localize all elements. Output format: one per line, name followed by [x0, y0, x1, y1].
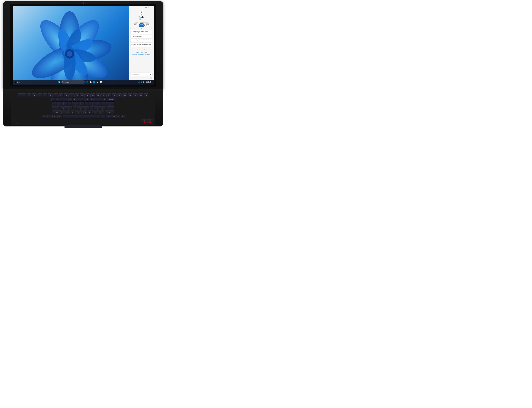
- learn-more-link[interactable]: Learn more: [132, 54, 137, 55]
- right-shift-key[interactable]: Shift: [105, 110, 114, 114]
- tab-key[interactable]: Tab: [52, 102, 59, 106]
- end-key[interactable]: End: [128, 94, 132, 97]
- 6-key[interactable]: 6: [77, 98, 81, 102]
- windows-key[interactable]: ⊞: [52, 115, 57, 119]
- d-key[interactable]: D: [68, 106, 72, 110]
- semicolon-key[interactable]: ;: [98, 106, 102, 110]
- comma-key[interactable]: ,: [92, 110, 96, 114]
- 4-key[interactable]: 4: [68, 98, 72, 102]
- e-key[interactable]: E: [68, 102, 71, 106]
- send-button[interactable]: ➤: [150, 77, 152, 79]
- g-key[interactable]: G: [77, 106, 81, 110]
- x-key[interactable]: X: [66, 110, 70, 114]
- f10-key[interactable]: F10: [74, 94, 79, 97]
- network-icon[interactable]: 🌐: [138, 81, 140, 83]
- privacy-link[interactable]: Privacy statement: [143, 54, 150, 55]
- f2-key[interactable]: F2: [32, 94, 37, 97]
- p-key[interactable]: P: [98, 102, 101, 106]
- restore-button[interactable]: ⊡: [148, 7, 150, 8]
- trackpad[interactable]: [65, 125, 102, 128]
- backspace-top-key[interactable]: ⌫: [144, 94, 148, 97]
- i-key[interactable]: I: [89, 102, 93, 106]
- search-bar[interactable]: 🔍 Search: [61, 80, 85, 84]
- w-key[interactable]: W: [64, 102, 67, 106]
- rbracket-key[interactable]: ]: [106, 102, 110, 106]
- 7-key[interactable]: 7: [81, 98, 85, 102]
- a-key[interactable]: A: [60, 106, 64, 110]
- creative-button[interactable]: MoreCreative: [133, 23, 138, 27]
- left-alt-key[interactable]: Alt: [57, 115, 62, 119]
- battery-icon[interactable]: 🔋: [143, 81, 144, 83]
- slash-key[interactable]: /: [100, 110, 104, 114]
- fnf9-key[interactable]: FnF9: [101, 94, 106, 97]
- v-key[interactable]: V: [75, 110, 79, 114]
- lbracket-key[interactable]: [: [102, 102, 106, 106]
- insert-key[interactable]: Insert: [133, 94, 138, 97]
- mode-key[interactable]: Mode: [90, 94, 95, 97]
- backtick-key[interactable]: `: [51, 98, 55, 102]
- 5-key[interactable]: 5: [73, 98, 76, 102]
- minus-key[interactable]: -: [98, 98, 102, 102]
- t-key[interactable]: T: [76, 102, 80, 106]
- system-clock[interactable]: 11:11 AM 10/27/2023: [145, 81, 151, 84]
- n-key[interactable]: N: [83, 110, 87, 114]
- l-key[interactable]: L: [94, 106, 98, 110]
- home-key[interactable]: Home: [122, 94, 127, 97]
- f4-key[interactable]: F4: [42, 94, 47, 97]
- z-key[interactable]: Z: [62, 110, 66, 114]
- 8-key[interactable]: 8: [86, 98, 89, 102]
- f6-key[interactable]: F6: [53, 94, 58, 97]
- suggestion-culinary[interactable]: ○ Where do people travel for culinary ex…: [131, 30, 152, 34]
- fnf11-key[interactable]: FnF11: [112, 94, 116, 97]
- fnf12-key[interactable]: FnF12: [117, 94, 122, 97]
- u-key[interactable]: U: [85, 102, 89, 106]
- up-arrow-key[interactable]: ▲: [116, 115, 120, 119]
- h-key[interactable]: H: [81, 106, 85, 110]
- pgdn-key[interactable]: PgDn: [121, 115, 124, 119]
- prtsc-key[interactable]: PrtSc: [96, 94, 100, 97]
- teams-icon[interactable]: 📊: [99, 81, 102, 84]
- notification-badge[interactable]: [152, 82, 153, 83]
- pgup-key[interactable]: PgUp: [112, 115, 116, 119]
- balanced-button[interactable]: MoreBalanced: [139, 23, 145, 27]
- right-ctrl-key[interactable]: Ctrl: [106, 115, 112, 119]
- chat-input-box[interactable]: Ask me anything... 🎤: [130, 73, 153, 76]
- 9-key[interactable]: 9: [90, 98, 93, 102]
- capslock-key[interactable]: CapsLock: [52, 106, 59, 110]
- space-key[interactable]: [63, 115, 100, 119]
- m-key[interactable]: M: [88, 110, 91, 114]
- enter-key[interactable]: Enter: [107, 106, 114, 110]
- q-key[interactable]: Q: [59, 102, 63, 106]
- minimize-button[interactable]: —: [145, 7, 147, 8]
- start-button[interactable]: [57, 81, 60, 84]
- right-alt-key[interactable]: Alt: [100, 115, 105, 119]
- b-key[interactable]: B: [79, 110, 83, 114]
- f11-key[interactable]: F11: [80, 94, 85, 97]
- 2-key[interactable]: 2: [60, 98, 64, 102]
- left-shift-key[interactable]: Shift: [52, 110, 62, 114]
- r-key[interactable]: R: [72, 102, 76, 106]
- o-key[interactable]: O: [93, 102, 97, 106]
- fn-key[interactable]: Fn: [48, 115, 52, 119]
- j-key[interactable]: J: [85, 106, 89, 110]
- f7-key[interactable]: F7: [58, 94, 63, 97]
- quote-key[interactable]: ': [102, 106, 106, 110]
- weather-widget[interactable]: 🌤 78°F Sunny: [14, 80, 21, 84]
- delete-key[interactable]: Delete: [138, 94, 143, 97]
- f5-key[interactable]: F5: [48, 94, 53, 97]
- precise-button[interactable]: MorePrecise: [145, 23, 150, 27]
- send-feedback-link[interactable]: send feedback: [136, 51, 151, 53]
- trackpoint[interactable]: [83, 103, 84, 104]
- close-button[interactable]: ✕: [151, 7, 153, 8]
- period-key[interactable]: .: [96, 110, 100, 114]
- f3-key[interactable]: F3: [37, 94, 42, 97]
- backslash-key[interactable]: \: [110, 102, 114, 106]
- terms-link[interactable]: Terms of use: [138, 54, 143, 55]
- y-key[interactable]: Y: [81, 102, 84, 106]
- f-key[interactable]: F: [73, 106, 76, 110]
- backspace-key[interactable]: Backspace: [107, 98, 115, 102]
- 1-key[interactable]: 1: [56, 98, 59, 102]
- chat-icon[interactable]: 💬: [89, 81, 92, 84]
- emoji-icon[interactable]: ☺: [131, 77, 132, 78]
- volume-icon[interactable]: 🔊: [140, 81, 142, 83]
